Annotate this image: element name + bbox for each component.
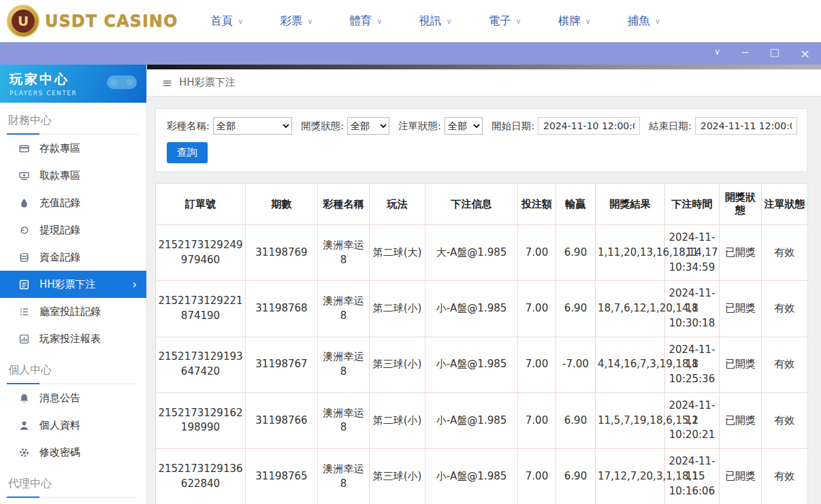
column-header: 下注時間 (665, 184, 720, 225)
nav-item-label: 棋牌 (558, 14, 581, 29)
chevron-down-icon: ∨ (238, 17, 243, 26)
withdraw-record-icon (19, 225, 29, 235)
table-cell: 18,7,6,12,1,20,14,8 (596, 281, 665, 337)
column-header: 輸贏 (556, 184, 596, 225)
table-cell: 7.00 (518, 225, 556, 281)
draw-status-select[interactable]: 全部 (347, 117, 389, 135)
table-cell: 6.90 (556, 449, 596, 504)
sidebar-item-announcements[interactable]: 消息公告 (0, 384, 146, 411)
sidebar-item-label: HH彩票下注 (39, 278, 96, 291)
gear-icon (19, 448, 29, 458)
chevron-down-icon: ∨ (516, 17, 521, 26)
table-cell: 第三球(小) (370, 337, 425, 392)
sidebar-item-label: 修改密碼 (39, 446, 80, 459)
chevron-down-icon: ∨ (376, 17, 382, 26)
column-header: 開獎狀態 (720, 184, 762, 225)
hamburger-icon[interactable]: ≡ (162, 75, 172, 90)
sidebar-item-label: 提現記錄 (39, 224, 80, 237)
table-cell: 31198768 (246, 281, 318, 337)
top-nav-item-5[interactable]: 電子∨ (489, 14, 521, 29)
sidebar-section: 代理中心 (0, 477, 146, 498)
table-cell: 2152173129162198990 (156, 392, 246, 448)
top-nav-item-3[interactable]: 體育∨ (349, 14, 382, 29)
table-cell: 大-A盤@1.985 (425, 225, 518, 281)
table-cell: -7.00 (556, 337, 596, 392)
sidebar-section: 個人中心消息公告個人資料修改密碼 (0, 363, 146, 466)
table-cell: 第二球(小) (370, 281, 425, 337)
section-underline (7, 383, 39, 384)
top-nav-item-7[interactable]: 捕魚∨ (628, 14, 660, 29)
chevron-down-icon: ∨ (585, 17, 591, 26)
table-cell: 已開獎 (720, 281, 762, 337)
lottery-bet-icon (19, 280, 29, 290)
deposit-icon (19, 144, 29, 154)
end-date-input[interactable] (695, 117, 797, 135)
order-status-select[interactable]: 全部 (445, 117, 483, 135)
search-button[interactable]: 查詢 (167, 142, 208, 163)
table-cell: 4,14,16,7,3,19,18,8 (596, 337, 665, 392)
table-cell: 第二球(大) (370, 225, 425, 281)
table-cell: 已開獎 (720, 225, 762, 281)
brand: U USDT CASINO (7, 5, 178, 37)
nav-item-label: 首頁 (210, 14, 233, 29)
section-underline (7, 497, 39, 498)
table-cell: 已開獎 (720, 337, 762, 392)
sidebar-item-label: 取款專區 (39, 169, 80, 182)
sidebar-item-label: 存款專區 (39, 142, 80, 155)
sidebar-item-hall-bet-record[interactable]: 廳室投註記錄 (0, 298, 146, 325)
hall-record-icon (19, 307, 29, 317)
lottery-name-select[interactable]: 全部 (213, 117, 292, 135)
column-header: 彩種名稱 (318, 184, 370, 225)
chevron-down-icon: ∨ (655, 17, 660, 26)
end-date-label: 結束日期: (649, 120, 692, 133)
sidebar-item-label: 資金記錄 (39, 251, 80, 264)
sidebar-item-withdrawal-record[interactable]: 提現記錄 (0, 216, 146, 243)
page-title: HH彩票下注 (179, 76, 236, 89)
table-cell: 有效 (762, 281, 808, 337)
withdraw-icon (19, 171, 29, 181)
top-nav-item-2[interactable]: 彩票∨ (280, 14, 312, 29)
bets-table-section: 訂單號期數彩種名稱玩法下注信息投注額輸贏開獎結果下注時間開獎狀態注單狀態2152… (155, 183, 807, 504)
sidebar-item-withdrawal-area[interactable]: 取款專區 (0, 162, 146, 189)
window-minimize-button[interactable]: − (741, 48, 750, 60)
sidebar-item-label: 充值記錄 (39, 197, 80, 209)
sidebar-section-title: 財務中心 (7, 114, 138, 135)
casino-logo: U (7, 5, 39, 37)
table-cell: 澳洲幸运8 (318, 392, 370, 448)
window-maximize-button[interactable]: □ (770, 48, 779, 60)
table-cell: 有效 (762, 225, 808, 281)
table-cell: 11,5,7,19,18,6,15,2 (596, 392, 665, 448)
chevron-right-icon: › (132, 278, 137, 291)
sidebar-item-change-password[interactable]: 修改密碼 (0, 439, 146, 466)
column-header: 訂單號 (156, 184, 246, 225)
logo-letter: U (12, 10, 35, 33)
sidebar-item-hh-lottery-bet[interactable]: HH彩票下注› (0, 271, 146, 298)
sidebar-item-deposit-area[interactable]: 存款專區 (0, 135, 146, 162)
sidebar-item-recharge-record[interactable]: 充值記錄 (0, 189, 146, 216)
funds-icon (19, 252, 29, 263)
window-collapse-button[interactable]: ∨ (714, 48, 720, 60)
table-cell: 有效 (762, 449, 808, 504)
window-close-button[interactable]: × (800, 48, 810, 60)
table-cell: 澳洲幸运8 (318, 281, 370, 337)
breadcrumb: ≡ HH彩票下注 (147, 69, 821, 97)
top-nav-item-4[interactable]: 視訊∨ (419, 14, 452, 29)
nav-item-label: 捕魚 (628, 14, 650, 29)
sidebar-item-profile[interactable]: 個人資料 (0, 411, 146, 439)
start-date-label: 開始日期: (492, 120, 534, 133)
user-icon (19, 420, 29, 431)
start-date-input[interactable] (538, 117, 640, 135)
sidebar-item-funds-record[interactable]: 資金記錄 (0, 243, 146, 271)
gamepad-graphic (101, 69, 142, 96)
table-cell: 7.00 (518, 449, 556, 504)
sidebar-section-title: 個人中心 (7, 363, 138, 384)
recharge-icon (19, 198, 29, 208)
top-nav-item-6[interactable]: 棋牌∨ (558, 14, 591, 29)
table-cell: 小-A盤@1.985 (425, 281, 518, 337)
table-row: 215217312916219899031198766澳洲幸运8第二球(小)小-… (156, 392, 808, 448)
chevron-down-icon: ∨ (307, 17, 312, 26)
column-header: 開獎結果 (596, 184, 665, 225)
top-nav-item-1[interactable]: 首頁∨ (210, 14, 243, 29)
sidebar-item-player-bet-report[interactable]: 玩家投注報表 (0, 325, 146, 352)
table-row: 215217312924997946031198769澳洲幸运8第二球(大)大-… (156, 225, 808, 281)
